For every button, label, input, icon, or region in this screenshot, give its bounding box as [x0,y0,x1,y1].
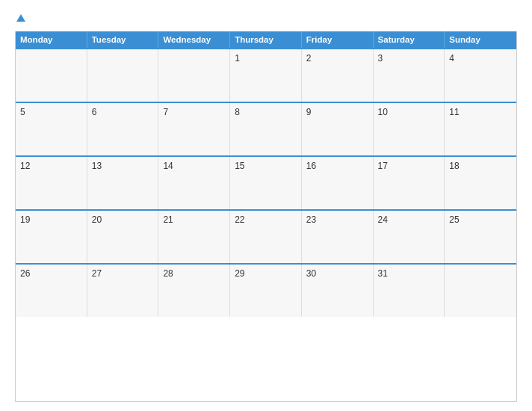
day-number: 3 [378,53,383,64]
day-number: 23 [306,214,316,225]
calendar-cell: 23 [302,211,374,263]
day-number: 2 [306,53,312,64]
day-number: 13 [92,161,102,171]
day-number: 7 [163,107,168,117]
calendar-week-4: 19202122232425 [16,209,516,263]
calendar-cell: 16 [302,157,374,209]
day-number: 15 [235,161,244,171]
col-header-monday: Monday [16,31,87,48]
calendar-cell: 17 [374,157,445,209]
page-header [15,13,517,24]
calendar-cell: 1 [230,49,302,102]
calendar-cell: 5 [16,103,87,155]
calendar-cell [16,49,87,102]
col-header-wednesday: Wednesday [158,31,230,48]
day-number: 20 [92,214,102,225]
calendar-cell: 4 [445,49,516,102]
day-number: 6 [92,107,97,117]
calendar-week-1: 1234 [16,48,516,102]
calendar-cell: 15 [230,157,302,209]
col-header-tuesday: Tuesday [87,31,159,48]
calendar-cell: 24 [374,211,445,263]
calendar-cell: 7 [158,103,230,155]
calendar-cell: 29 [230,265,302,317]
day-number: 21 [163,214,173,225]
calendar-cell: 28 [158,265,230,317]
day-number: 9 [306,107,312,117]
col-header-friday: Friday [302,31,374,48]
calendar-cell: 20 [87,211,159,263]
col-header-thursday: Thursday [230,31,302,48]
day-number: 24 [378,214,388,225]
day-number: 25 [449,214,459,225]
calendar-cell: 2 [302,49,374,102]
day-number: 19 [20,214,30,225]
day-number: 27 [92,268,102,279]
day-number: 22 [235,214,244,225]
logo-triangle-icon [16,14,25,22]
col-header-saturday: Saturday [374,31,445,48]
day-number: 16 [306,161,316,171]
calendar-week-5: 262728293031 [16,263,516,317]
calendar-cell [445,265,516,317]
day-number: 11 [449,107,459,117]
day-number: 30 [306,268,316,279]
day-number: 18 [449,161,459,171]
calendar-cell: 22 [230,211,302,263]
calendar-cell: 19 [16,211,87,263]
col-header-sunday: Sunday [445,31,516,48]
calendar-cell: 14 [158,157,230,209]
day-number: 5 [20,107,25,117]
calendar-cell: 21 [158,211,230,263]
calendar-week-2: 567891011 [16,102,516,155]
calendar-cell: 30 [302,265,374,317]
calendar-cell: 26 [16,265,87,317]
calendar-cell: 10 [374,103,445,155]
day-number: 29 [235,268,244,279]
day-number: 26 [20,268,30,279]
day-number: 14 [163,161,173,171]
day-number: 4 [449,53,454,64]
day-number: 31 [378,268,388,279]
calendar-cell: 31 [374,265,445,317]
day-number: 17 [378,161,388,171]
calendar-cell: 12 [16,157,87,209]
calendar-cell: 3 [374,49,445,102]
day-number: 10 [378,107,388,117]
calendar-body: 1234567891011121314151617181920212223242… [16,48,516,317]
calendar-cell [158,49,230,102]
calendar-cell: 13 [87,157,159,209]
calendar-cell: 18 [445,157,516,209]
calendar: Monday Tuesday Wednesday Thursday Friday… [15,31,517,402]
calendar-cell: 25 [445,211,516,263]
calendar-header-row: Monday Tuesday Wednesday Thursday Friday… [16,31,516,48]
day-number: 12 [20,161,30,171]
calendar-cell [87,49,159,102]
logo [15,13,25,24]
calendar-page: Monday Tuesday Wednesday Thursday Friday… [0,0,532,411]
calendar-cell: 27 [87,265,159,317]
calendar-cell: 11 [445,103,516,155]
day-number: 1 [235,53,240,64]
day-number: 8 [235,107,240,117]
calendar-cell: 6 [87,103,159,155]
day-number: 28 [163,268,173,279]
calendar-cell: 8 [230,103,302,155]
calendar-cell: 9 [302,103,374,155]
calendar-week-3: 12131415161718 [16,155,516,209]
